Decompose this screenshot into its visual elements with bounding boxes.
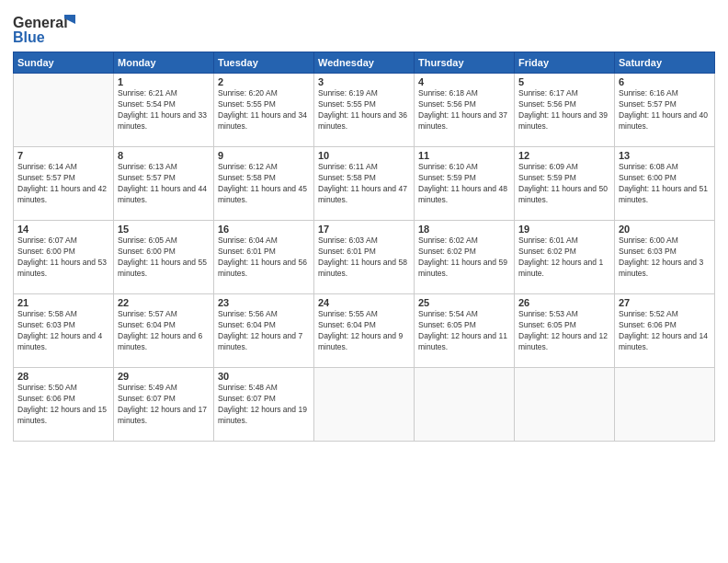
day-number: 9 bbox=[218, 150, 310, 161]
weekday-header-friday: Friday bbox=[515, 52, 615, 74]
calendar-cell: 25Sunrise: 5:54 AMSunset: 6:05 PMDayligh… bbox=[415, 294, 515, 368]
calendar-cell: 2Sunrise: 6:20 AMSunset: 5:55 PMDaylight… bbox=[214, 74, 314, 147]
day-info: Sunrise: 6:14 AMSunset: 5:57 PMDaylight:… bbox=[17, 162, 109, 206]
day-number: 21 bbox=[17, 297, 109, 308]
day-info: Sunrise: 5:57 AMSunset: 6:04 PMDaylight:… bbox=[118, 309, 210, 353]
day-number: 24 bbox=[318, 297, 410, 308]
day-info: Sunrise: 6:20 AMSunset: 5:55 PMDaylight:… bbox=[218, 88, 310, 132]
day-info: Sunrise: 6:10 AMSunset: 5:59 PMDaylight:… bbox=[418, 162, 510, 206]
day-number: 8 bbox=[118, 150, 210, 161]
day-number: 29 bbox=[118, 371, 210, 382]
calendar-cell: 26Sunrise: 5:53 AMSunset: 6:05 PMDayligh… bbox=[515, 294, 615, 368]
day-number: 22 bbox=[118, 297, 210, 308]
day-info: Sunrise: 5:54 AMSunset: 6:05 PMDaylight:… bbox=[418, 309, 510, 353]
day-number: 13 bbox=[619, 150, 711, 161]
calendar-cell: 20Sunrise: 6:00 AMSunset: 6:03 PMDayligh… bbox=[615, 221, 715, 294]
day-info: Sunrise: 6:05 AMSunset: 6:00 PMDaylight:… bbox=[118, 236, 210, 280]
calendar-cell: 12Sunrise: 6:09 AMSunset: 5:59 PMDayligh… bbox=[515, 147, 615, 221]
calendar-cell: 7Sunrise: 6:14 AMSunset: 5:57 PMDaylight… bbox=[14, 147, 114, 221]
day-info: Sunrise: 6:16 AMSunset: 5:57 PMDaylight:… bbox=[619, 88, 711, 132]
day-number: 14 bbox=[17, 224, 109, 235]
day-number: 17 bbox=[318, 224, 410, 235]
day-number: 7 bbox=[17, 150, 109, 161]
day-number: 1 bbox=[118, 76, 210, 87]
day-info: Sunrise: 5:58 AMSunset: 6:03 PMDaylight:… bbox=[17, 309, 109, 353]
calendar-cell: 18Sunrise: 6:02 AMSunset: 6:02 PMDayligh… bbox=[415, 221, 515, 294]
day-info: Sunrise: 6:09 AMSunset: 5:59 PMDaylight:… bbox=[518, 162, 610, 206]
calendar-cell: 27Sunrise: 5:52 AMSunset: 6:06 PMDayligh… bbox=[615, 294, 715, 368]
day-number: 25 bbox=[418, 297, 510, 308]
day-info: Sunrise: 6:03 AMSunset: 6:01 PMDaylight:… bbox=[318, 236, 410, 280]
weekday-header-wednesday: Wednesday bbox=[314, 52, 415, 74]
calendar-cell bbox=[415, 368, 515, 442]
day-number: 16 bbox=[218, 224, 310, 235]
day-info: Sunrise: 5:49 AMSunset: 6:07 PMDaylight:… bbox=[118, 383, 210, 427]
svg-text:General: General bbox=[13, 15, 68, 30]
calendar-cell: 10Sunrise: 6:11 AMSunset: 5:58 PMDayligh… bbox=[314, 147, 415, 221]
day-info: Sunrise: 5:52 AMSunset: 6:06 PMDaylight:… bbox=[619, 309, 711, 353]
calendar-cell: 11Sunrise: 6:10 AMSunset: 5:59 PMDayligh… bbox=[415, 147, 515, 221]
day-number: 15 bbox=[118, 224, 210, 235]
day-number: 30 bbox=[218, 371, 310, 382]
calendar-cell: 24Sunrise: 5:55 AMSunset: 6:04 PMDayligh… bbox=[314, 294, 415, 368]
logo: GeneralBlue bbox=[13, 13, 77, 48]
calendar-table: SundayMondayTuesdayWednesdayThursdayFrid… bbox=[13, 52, 715, 442]
day-info: Sunrise: 6:02 AMSunset: 6:02 PMDaylight:… bbox=[418, 236, 510, 280]
day-info: Sunrise: 6:00 AMSunset: 6:03 PMDaylight:… bbox=[619, 236, 711, 280]
day-number: 20 bbox=[619, 224, 711, 235]
svg-text:Blue: Blue bbox=[13, 29, 45, 45]
day-number: 2 bbox=[218, 76, 310, 87]
day-info: Sunrise: 6:13 AMSunset: 5:57 PMDaylight:… bbox=[118, 162, 210, 206]
day-info: Sunrise: 5:53 AMSunset: 6:05 PMDaylight:… bbox=[518, 309, 610, 353]
day-info: Sunrise: 5:48 AMSunset: 6:07 PMDaylight:… bbox=[218, 383, 310, 427]
day-number: 3 bbox=[318, 76, 410, 87]
calendar-cell: 14Sunrise: 6:07 AMSunset: 6:00 PMDayligh… bbox=[14, 221, 114, 294]
calendar-cell: 9Sunrise: 6:12 AMSunset: 5:58 PMDaylight… bbox=[214, 147, 314, 221]
page: GeneralBlue SundayMondayTuesdayWednesday… bbox=[0, 0, 728, 563]
day-number: 10 bbox=[318, 150, 410, 161]
day-info: Sunrise: 5:56 AMSunset: 6:04 PMDaylight:… bbox=[218, 309, 310, 353]
day-info: Sunrise: 6:07 AMSunset: 6:00 PMDaylight:… bbox=[17, 236, 109, 280]
calendar-cell: 16Sunrise: 6:04 AMSunset: 6:01 PMDayligh… bbox=[214, 221, 314, 294]
day-number: 23 bbox=[218, 297, 310, 308]
calendar-cell: 13Sunrise: 6:08 AMSunset: 6:00 PMDayligh… bbox=[615, 147, 715, 221]
calendar-cell: 3Sunrise: 6:19 AMSunset: 5:55 PMDaylight… bbox=[314, 74, 415, 147]
calendar-cell bbox=[615, 368, 715, 442]
day-info: Sunrise: 6:12 AMSunset: 5:58 PMDaylight:… bbox=[218, 162, 310, 206]
weekday-header-monday: Monday bbox=[114, 52, 214, 74]
calendar-cell: 6Sunrise: 6:16 AMSunset: 5:57 PMDaylight… bbox=[615, 74, 715, 147]
calendar-cell bbox=[14, 74, 114, 147]
day-number: 27 bbox=[619, 297, 711, 308]
weekday-header-row: SundayMondayTuesdayWednesdayThursdayFrid… bbox=[14, 52, 715, 74]
day-number: 11 bbox=[418, 150, 510, 161]
logo-svg: GeneralBlue bbox=[13, 13, 77, 48]
day-number: 5 bbox=[518, 76, 610, 87]
day-number: 19 bbox=[518, 224, 610, 235]
calendar-cell bbox=[515, 368, 615, 442]
header: GeneralBlue bbox=[13, 9, 715, 48]
week-row-2: 7Sunrise: 6:14 AMSunset: 5:57 PMDaylight… bbox=[14, 147, 715, 221]
day-number: 26 bbox=[518, 297, 610, 308]
calendar-cell: 17Sunrise: 6:03 AMSunset: 6:01 PMDayligh… bbox=[314, 221, 415, 294]
day-number: 4 bbox=[418, 76, 510, 87]
calendar-cell: 19Sunrise: 6:01 AMSunset: 6:02 PMDayligh… bbox=[515, 221, 615, 294]
calendar-cell: 15Sunrise: 6:05 AMSunset: 6:00 PMDayligh… bbox=[114, 221, 214, 294]
week-row-4: 21Sunrise: 5:58 AMSunset: 6:03 PMDayligh… bbox=[14, 294, 715, 368]
day-info: Sunrise: 6:17 AMSunset: 5:56 PMDaylight:… bbox=[518, 88, 610, 132]
day-number: 28 bbox=[17, 371, 109, 382]
week-row-3: 14Sunrise: 6:07 AMSunset: 6:00 PMDayligh… bbox=[14, 221, 715, 294]
day-info: Sunrise: 5:50 AMSunset: 6:06 PMDaylight:… bbox=[17, 383, 109, 427]
day-number: 18 bbox=[418, 224, 510, 235]
weekday-header-saturday: Saturday bbox=[615, 52, 715, 74]
calendar-cell: 8Sunrise: 6:13 AMSunset: 5:57 PMDaylight… bbox=[114, 147, 214, 221]
calendar-cell: 1Sunrise: 6:21 AMSunset: 5:54 PMDaylight… bbox=[114, 74, 214, 147]
day-info: Sunrise: 6:01 AMSunset: 6:02 PMDaylight:… bbox=[518, 236, 610, 280]
day-info: Sunrise: 6:21 AMSunset: 5:54 PMDaylight:… bbox=[118, 88, 210, 132]
calendar-cell bbox=[314, 368, 415, 442]
calendar-cell: 21Sunrise: 5:58 AMSunset: 6:03 PMDayligh… bbox=[14, 294, 114, 368]
calendar-cell: 5Sunrise: 6:17 AMSunset: 5:56 PMDaylight… bbox=[515, 74, 615, 147]
calendar-cell: 30Sunrise: 5:48 AMSunset: 6:07 PMDayligh… bbox=[214, 368, 314, 442]
weekday-header-thursday: Thursday bbox=[415, 52, 515, 74]
day-info: Sunrise: 6:19 AMSunset: 5:55 PMDaylight:… bbox=[318, 88, 410, 132]
weekday-header-tuesday: Tuesday bbox=[214, 52, 314, 74]
